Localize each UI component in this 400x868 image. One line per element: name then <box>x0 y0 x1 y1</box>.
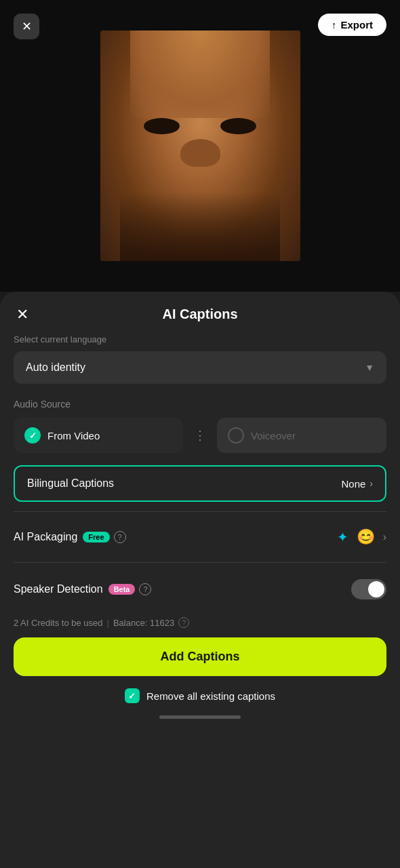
bilingual-captions-row[interactable]: Bilingual Captions None › <box>14 465 386 502</box>
remove-captions-label: Remove all existing captions <box>146 690 275 702</box>
divider-1 <box>14 511 386 512</box>
speaker-detection-toggle[interactable] <box>351 579 386 599</box>
video-thumbnail <box>100 31 300 261</box>
export-button[interactable]: ↑ Export <box>318 14 386 36</box>
language-selected-value: Auto identity <box>26 361 85 374</box>
bilingual-captions-label: Bilingual Captions <box>27 477 114 490</box>
dropdown-arrow-icon: ▼ <box>365 362 374 373</box>
sparkle-icon[interactable]: ✦ <box>337 529 348 545</box>
bilingual-captions-value-group: None › <box>341 478 373 490</box>
voiceover-label: Voiceover <box>251 430 296 441</box>
ai-packaging-help-icon[interactable]: ? <box>114 531 126 543</box>
speaker-detection-label: Speaker Detection <box>14 583 103 595</box>
credits-help-icon[interactable]: ? <box>178 617 189 628</box>
add-captions-button[interactable]: Add Captions <box>14 637 386 676</box>
remove-captions-checkbox[interactable]: ✓ <box>125 688 140 703</box>
from-video-check: ✓ <box>24 427 41 443</box>
credits-row: 2 AI Credits to be used | Balance: 11623… <box>14 606 386 637</box>
video-close-button[interactable]: ✕ <box>14 14 39 39</box>
bilingual-chevron-icon: › <box>369 478 373 489</box>
panel-header: ✕ AI Captions <box>14 292 386 334</box>
ai-packaging-actions: ✦ 😊 › <box>337 528 386 546</box>
remove-captions-row: ✓ Remove all existing captions <box>14 688 386 703</box>
emoji-icon[interactable]: 😊 <box>357 528 375 546</box>
panel-close-button[interactable]: ✕ <box>14 303 31 326</box>
credits-separator: | <box>107 618 109 628</box>
ai-packaging-chevron-icon: › <box>383 531 386 543</box>
speaker-detection-badge: Beta <box>108 584 136 595</box>
audio-from-video-option[interactable]: ✓ From Video <box>14 418 183 453</box>
toggle-track <box>351 579 386 599</box>
audio-section-label: Audio Source <box>14 399 386 410</box>
voiceover-check <box>228 427 244 443</box>
panel-title: AI Captions <box>162 307 237 322</box>
home-indicator <box>159 715 241 719</box>
from-video-label: From Video <box>47 430 100 441</box>
toggle-thumb <box>368 581 384 597</box>
divider-2 <box>14 562 386 563</box>
speaker-detection-actions <box>351 579 386 599</box>
language-dropdown[interactable]: Auto identity ▼ <box>14 351 386 384</box>
speaker-detection-help-icon[interactable]: ? <box>139 583 151 595</box>
language-section-label: Select current language <box>14 334 386 344</box>
from-video-more-button[interactable]: ⋮ <box>191 418 209 453</box>
settings-panel: ✕ AI Captions Select current language Au… <box>0 292 400 868</box>
balance-text: Balance: 11623 <box>113 618 174 628</box>
speaker-detection-row: Speaker Detection Beta ? <box>14 572 386 606</box>
audio-options: ✓ From Video ⋮ Voiceover <box>14 418 386 453</box>
bilingual-captions-value: None <box>341 478 365 490</box>
credits-text: 2 AI Credits to be used <box>14 618 103 628</box>
ai-packaging-row: AI Packaging Free ? ✦ 😊 › <box>14 521 386 553</box>
export-icon: ↑ <box>332 19 337 31</box>
ai-packaging-badge: Free <box>83 532 109 542</box>
video-area: ✕ ↑ Export <box>0 0 400 292</box>
audio-voiceover-option[interactable]: Voiceover <box>217 418 386 453</box>
ai-packaging-label: AI Packaging <box>14 531 77 543</box>
